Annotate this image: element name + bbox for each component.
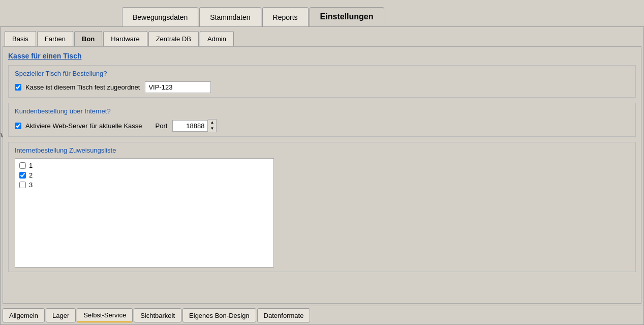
bottom-tab-selbst-service[interactable]: Selbst-Service	[77, 308, 133, 322]
panel-title: Kasse für einen Tisch	[8, 52, 636, 60]
section-zuweisung: Internetbestellung Zuweisungsliste 1 2	[8, 142, 636, 272]
item2-label: 2	[29, 171, 33, 179]
list-item: 2	[17, 170, 271, 180]
port-down-button[interactable]: ▼	[208, 126, 216, 132]
section2-checkbox[interactable]	[15, 123, 21, 129]
item3-checkbox[interactable]	[19, 182, 26, 188]
subtab-hardware[interactable]: Hardware	[103, 31, 147, 46]
bottom-tab-eigenes-bon-design[interactable]: Eigenes Bon-Design	[182, 308, 256, 322]
item3-label: 3	[29, 181, 33, 189]
subtab-basis[interactable]: Basis	[5, 31, 36, 46]
section3-label: Internetbestellung Zuweisungsliste	[15, 146, 629, 154]
section2-checkbox-row: Aktiviere Web-Server für aktuelle Kasse	[15, 122, 142, 130]
section2-label: Kundenbestellung über Internet?	[15, 107, 629, 115]
tab-reports[interactable]: Reports	[262, 7, 309, 26]
port-spinbox: ▲ ▼	[172, 119, 217, 132]
section1-text-input[interactable]	[145, 81, 211, 93]
spinbox-buttons: ▲ ▼	[208, 119, 217, 132]
list-item: 1	[17, 161, 271, 170]
section-tisch: Spezieller Tisch für Bestellung? Kasse i…	[8, 65, 636, 98]
list-box: 1 2 3	[15, 158, 274, 268]
top-tabs: Bewegungsdaten Stammdaten Reports Einste…	[0, 0, 644, 26]
section1-checkbox[interactable]	[15, 84, 21, 91]
sub-tabs: Basis Farben Bon Hardware Zentrale DB Ad…	[1, 27, 643, 46]
content-area: Basis Farben Bon Hardware Zentrale DB Ad…	[0, 26, 644, 325]
bottom-tab-sichtbarkeit[interactable]: Sichtbarkeit	[134, 308, 181, 322]
subtab-zentrale-db[interactable]: Zentrale DB	[148, 31, 199, 46]
section1-label: Spezieller Tisch für Bestellung?	[15, 70, 629, 77]
port-input[interactable]	[172, 120, 208, 132]
main-panel: Kasse für einen Tisch Spezieller Tisch f…	[3, 46, 641, 304]
item1-checkbox[interactable]	[19, 162, 26, 169]
section1-content: Kasse ist diesem Tisch fest zugeordnet	[15, 81, 629, 93]
list-item: 3	[17, 180, 271, 190]
bottom-tab-lager[interactable]: Lager	[46, 308, 76, 322]
bottom-tab-allgemein[interactable]: Allgemein	[3, 308, 45, 322]
item2-checkbox[interactable]	[19, 172, 26, 179]
section-internet: Kundenbestellung über Internet? Aktivier…	[8, 103, 636, 137]
main-container: Bewegungsdaten Stammdaten Reports Einste…	[0, 0, 644, 325]
subtab-farben[interactable]: Farben	[37, 31, 73, 46]
section2-checkbox-label: Aktiviere Web-Server für aktuelle Kasse	[25, 122, 142, 130]
section1-checkbox-label: Kasse ist diesem Tisch fest zugeordnet	[25, 83, 140, 91]
section1-checkbox-row: Kasse ist diesem Tisch fest zugeordnet	[15, 83, 140, 91]
subtab-bon[interactable]: Bon	[74, 31, 102, 46]
tab-einstellungen[interactable]: Einstellungen	[310, 7, 384, 26]
item1-label: 1	[29, 162, 33, 169]
bottom-tabs: Allgemein Lager Selbst-Service Sichtbark…	[1, 306, 643, 324]
section2-content: Aktiviere Web-Server für aktuelle Kasse …	[15, 119, 629, 132]
port-up-button[interactable]: ▲	[208, 120, 216, 126]
tab-stammdaten[interactable]: Stammdaten	[199, 7, 261, 26]
port-label: Port	[156, 122, 168, 130]
bottom-tab-datenformate[interactable]: Datenformate	[257, 308, 311, 322]
subtab-admin[interactable]: Admin	[200, 31, 234, 46]
tab-bewegungsdaten[interactable]: Bewegungsdaten	[122, 7, 198, 26]
